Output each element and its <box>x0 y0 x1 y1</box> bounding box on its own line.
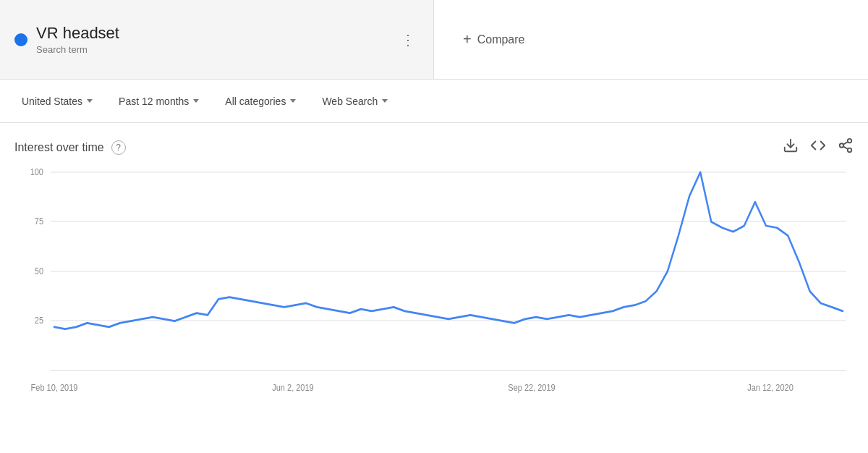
chart-title-area: Interest over time ? <box>14 140 126 155</box>
search-term-box: VR headset Search term ⋮ <box>0 0 434 79</box>
region-label: United States <box>22 96 82 107</box>
chart-actions <box>783 137 854 157</box>
svg-text:100: 100 <box>30 168 43 177</box>
category-chevron-icon <box>290 99 296 103</box>
svg-text:Jan 12, 2020: Jan 12, 2020 <box>747 383 793 392</box>
svg-text:Jun 2, 2019: Jun 2, 2019 <box>272 383 313 392</box>
time-range-label: Past 12 months <box>119 96 189 107</box>
search-type-chevron-icon <box>382 99 388 103</box>
category-label: All categories <box>225 96 286 107</box>
time-range-chevron-icon <box>193 99 199 103</box>
more-options-button[interactable]: ⋮ <box>398 28 419 51</box>
embed-code-icon[interactable] <box>810 137 826 157</box>
chart-title: Interest over time <box>14 141 104 154</box>
filter-bar: United States Past 12 months All categor… <box>0 80 868 123</box>
chart-section: Interest over time ? <box>0 123 868 418</box>
share-icon[interactable] <box>838 137 854 157</box>
chart-wrapper: 100 75 50 25 Feb 10, 2019 Jun 2, 2019 Se… <box>14 164 854 410</box>
search-term-type: Search term <box>36 44 119 55</box>
svg-text:75: 75 <box>35 217 43 226</box>
header: VR headset Search term ⋮ + Compare <box>0 0 868 80</box>
time-range-filter[interactable]: Past 12 months <box>109 90 209 113</box>
download-icon[interactable] <box>783 137 799 157</box>
region-filter[interactable]: United States <box>12 90 103 113</box>
compare-section: + Compare <box>434 0 868 79</box>
category-filter[interactable]: All categories <box>215 90 306 113</box>
term-info: VR headset Search term <box>36 24 119 55</box>
svg-line-4 <box>843 146 848 149</box>
svg-line-5 <box>843 142 848 145</box>
blue-dot-indicator <box>14 33 27 46</box>
search-term-title: VR headset <box>36 24 119 43</box>
chart-header: Interest over time ? <box>14 137 854 157</box>
search-type-label: Web Search <box>322 96 378 107</box>
help-icon[interactable]: ? <box>111 140 126 155</box>
svg-text:Sep 22, 2019: Sep 22, 2019 <box>508 383 555 392</box>
svg-text:Feb 10, 2019: Feb 10, 2019 <box>31 383 78 392</box>
svg-text:25: 25 <box>35 316 43 326</box>
compare-label: Compare <box>477 33 525 46</box>
region-chevron-icon <box>87 99 93 103</box>
svg-text:50: 50 <box>35 267 43 276</box>
search-type-filter[interactable]: Web Search <box>312 90 398 113</box>
compare-button[interactable]: + Compare <box>463 31 525 48</box>
search-term-left: VR headset Search term <box>14 24 119 55</box>
plus-icon: + <box>463 31 472 48</box>
